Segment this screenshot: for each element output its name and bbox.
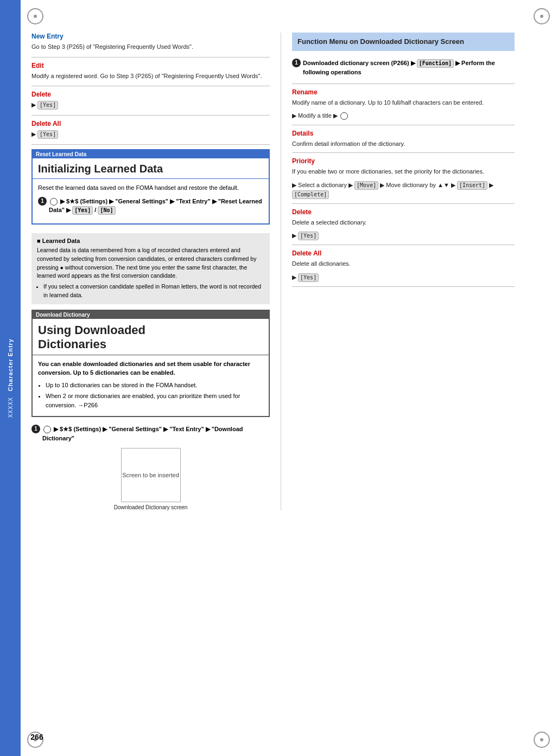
details-section: Details Confirm detail information of th…: [292, 130, 515, 149]
right-divider-5: [292, 245, 515, 245]
circle-button-icon: [50, 198, 58, 206]
sidebar: Character Entry XXXXX: [0, 0, 21, 756]
no-key: [No]: [98, 206, 115, 215]
edit-title: Edit: [31, 62, 270, 69]
download-bullet2: When 2 or more dictionaries are enabled,…: [46, 392, 263, 409]
download-step-row: 1 ▶ $★$ (Settings) ▶ "General Settings" …: [31, 425, 270, 443]
sidebar-sub: XXXXX: [8, 397, 14, 418]
download-box-title-text: Using DownloadedDictionaries: [38, 323, 145, 351]
new-entry-body: Go to Step 3 (P265) of "Registering Freq…: [31, 42, 270, 52]
new-entry-title: New Entry: [31, 33, 270, 40]
sidebar-label: Character Entry: [7, 338, 14, 392]
details-title: Details: [292, 130, 515, 137]
step-number-1: 1: [38, 197, 47, 206]
right-divider-3: [292, 152, 515, 153]
divider-1: [31, 57, 270, 57]
screen-placeholder-text: Screen to be inserted: [122, 472, 179, 478]
circle-btn-dl: [43, 426, 51, 433]
function-menu-box-text: Function Menu on Downloaded Dictionary S…: [297, 37, 509, 47]
delete-body: ▶ [Yes]: [31, 100, 270, 110]
reset-box-header: Reset Learned Data: [33, 150, 269, 158]
download-bullet1: Up to 10 dictionaries can be stored in t…: [46, 381, 263, 390]
corner-decoration-tl: [27, 8, 43, 24]
page-number: 266: [30, 733, 43, 741]
download-step-number: 1: [31, 425, 40, 433]
learned-data-list: If you select a conversion candidate spe…: [37, 283, 264, 300]
reset-box-body: Reset the learned data saved on the FOMA…: [33, 179, 269, 223]
priority-body: If you enable two or more dictionaries, …: [292, 167, 515, 176]
right-column: Function Menu on Downloaded Dictionary S…: [281, 33, 515, 510]
left-column: New Entry Go to Step 3 (P265) of "Regist…: [31, 33, 281, 510]
right-delete-yes-key: [Yes]: [298, 232, 319, 240]
delete-section: Delete ▶ [Yes]: [31, 91, 270, 110]
learned-data-note-header: ■ Learned Data: [37, 238, 264, 244]
reset-box-description: Reset the learned data saved on the FOMA…: [38, 183, 263, 193]
rename-title: Rename: [292, 88, 515, 96]
right-step-1-content: Downloaded dictionary screen (P266) ▶ [F…: [303, 59, 515, 77]
right-step-1-row: 1 Downloaded dictionary screen (P266) ▶ …: [292, 59, 515, 77]
priority-title: Priority: [292, 157, 515, 165]
right-delete-all-title: Delete All: [292, 249, 515, 257]
reset-step-1: 1 ▶ $★$ (Settings) ▶ "General Settings" …: [38, 197, 263, 215]
move-key: [Move]: [354, 181, 378, 190]
page-number-area: 266: [21, 729, 53, 745]
download-dictionary-box: Download Dictionary Using DownloadedDict…: [31, 310, 270, 418]
download-box-header: Download Dictionary: [33, 311, 269, 319]
learned-data-bullet1: If you select a conversion candidate spe…: [43, 283, 264, 300]
right-divider-6: [292, 286, 515, 287]
right-delete-section: Delete Delete a selected dictionary. ▶ […: [292, 208, 515, 241]
right-divider-2: [292, 125, 515, 125]
function-menu-box: Function Menu on Downloaded Dictionary S…: [292, 33, 515, 51]
priority-action: ▶ Select a dictionary ▶ [Move] ▶ Move di…: [292, 181, 515, 199]
divider-2: [31, 86, 270, 86]
right-delete-all-body: Delete all dictionaries.: [292, 259, 515, 268]
yes-key-2: [Yes]: [72, 206, 93, 215]
download-box-title: Using DownloadedDictionaries: [33, 319, 269, 355]
delete-all-section: Delete All ▶ [Yes]: [31, 120, 270, 139]
rename-action: ▶ Modify a title ▶: [292, 111, 515, 120]
learned-data-note: ■ Learned Data Learned data is data reme…: [31, 233, 270, 304]
rename-section: Rename Modify name of a dictionary. Up t…: [292, 88, 515, 120]
divider-4: [31, 144, 270, 145]
download-box-body: You can enable downloaded dictionaries a…: [33, 355, 269, 417]
function-key: [Function]: [417, 59, 454, 68]
details-body: Confirm detail information of the dictio…: [292, 139, 515, 149]
right-step-number-1: 1: [292, 59, 301, 67]
right-delete-all-yes-key: [Yes]: [298, 273, 319, 282]
right-delete-title: Delete: [292, 208, 515, 216]
delete-all-yes-key: [Yes]: [37, 130, 58, 139]
priority-section: Priority If you enable two or more dicti…: [292, 157, 515, 199]
reset-learned-data-box: Reset Learned Data Initializing Learned …: [31, 149, 270, 225]
reset-step-1-content: ▶ $★$ (Settings) ▶ "General Settings" ▶ …: [49, 197, 263, 215]
edit-body: Modify a registered word. Go to Step 3 (…: [31, 72, 270, 81]
corner-decoration-tr: [534, 8, 550, 24]
divider-3: [31, 115, 270, 116]
rename-body: Modify name of a dictionary. Up to 10 fu…: [292, 98, 515, 107]
right-delete-all-action: ▶ [Yes]: [292, 273, 515, 282]
screen-placeholder-container: Screen to be inserted Downloaded Diction…: [31, 448, 270, 510]
right-divider-1: [292, 84, 515, 84]
delete-all-body: ▶ [Yes]: [31, 130, 270, 139]
download-box-description: You can enable downloaded dictionaries a…: [38, 360, 263, 377]
delete-title: Delete: [31, 91, 270, 98]
screen-label: Downloaded Dictionary screen: [31, 504, 270, 510]
delete-all-title: Delete All: [31, 120, 270, 127]
corner-decoration-br: [534, 732, 550, 748]
right-delete-body: Delete a selected dictionary.: [292, 218, 515, 227]
insert-key: [Insert]: [457, 181, 487, 190]
screen-placeholder: Screen to be inserted: [121, 448, 181, 502]
right-divider-4: [292, 203, 515, 204]
download-box-list: Up to 10 dictionaries can be stored in t…: [38, 381, 263, 410]
edit-section: Edit Modify a registered word. Go to Ste…: [31, 62, 270, 81]
yes-key: [Yes]: [37, 101, 58, 110]
complete-key: [Complete]: [292, 190, 329, 199]
new-entry-section: New Entry Go to Step 3 (P265) of "Regist…: [31, 33, 270, 52]
right-delete-action: ▶ [Yes]: [292, 231, 515, 240]
main-content: New Entry Go to Step 3 (P265) of "Regist…: [21, 0, 558, 532]
rename-circle-icon: [340, 112, 348, 120]
right-delete-all-section: Delete All Delete all dictionaries. ▶ [Y…: [292, 249, 515, 282]
reset-box-title: Initializing Learned Data: [33, 158, 269, 179]
learned-data-para1: Learned data is data remembered from a l…: [37, 246, 264, 280]
download-step-content: ▶ $★$ (Settings) ▶ "General Settings" ▶ …: [42, 425, 270, 443]
